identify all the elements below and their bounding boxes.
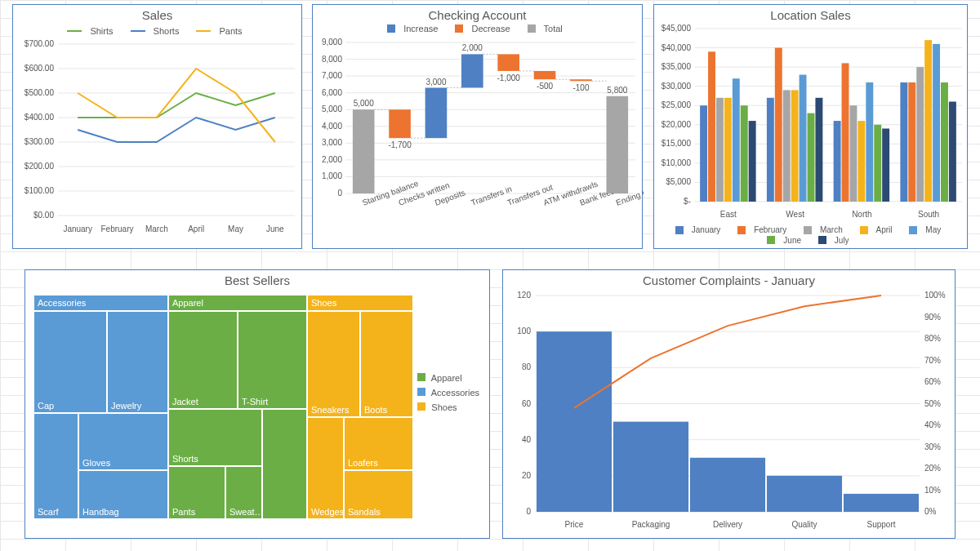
legend: January February March April May June Ju… bbox=[654, 225, 967, 246]
svg-rect-154 bbox=[690, 458, 765, 512]
svg-text:3,000: 3,000 bbox=[425, 78, 446, 87]
svg-rect-42 bbox=[353, 109, 375, 193]
svg-text:6,000: 6,000 bbox=[322, 88, 342, 97]
treemap-cell: Sneakers bbox=[307, 311, 360, 417]
svg-rect-123 bbox=[949, 102, 956, 202]
chart-title: Best Sellers bbox=[25, 273, 489, 287]
svg-text:3,000: 3,000 bbox=[322, 138, 342, 147]
svg-text:20%: 20% bbox=[924, 464, 941, 473]
svg-rect-117 bbox=[900, 82, 907, 202]
plot-area: 0204060801001200%10%20%30%40%50%60%70%80… bbox=[503, 287, 956, 532]
svg-rect-111 bbox=[849, 105, 857, 202]
svg-text:Quality: Quality bbox=[791, 520, 817, 529]
treemap-cell: Handbag bbox=[78, 470, 168, 519]
svg-text:100: 100 bbox=[517, 327, 531, 335]
svg-text:5,000: 5,000 bbox=[322, 104, 342, 113]
svg-text:$25,000: $25,000 bbox=[662, 100, 692, 109]
treemap-cell bbox=[262, 409, 307, 519]
plot-area: $0.00$100.00$200.00$300.00$400.00$500.00… bbox=[13, 36, 303, 240]
treemap-cell: Jewelry bbox=[107, 311, 168, 413]
svg-text:$700.00: $700.00 bbox=[24, 39, 55, 48]
treemap-cell: Shorts bbox=[168, 409, 262, 466]
chart-title: Sales bbox=[13, 8, 301, 22]
chart-title: Checking Account bbox=[313, 8, 642, 22]
svg-text:$100.00: $100.00 bbox=[24, 186, 55, 195]
svg-text:January: January bbox=[63, 224, 92, 233]
svg-rect-98 bbox=[741, 105, 748, 202]
svg-rect-63 bbox=[607, 96, 629, 193]
chart-complaints[interactable]: Customer Complaints - January 0204060801… bbox=[502, 269, 956, 539]
svg-rect-54 bbox=[497, 54, 519, 71]
svg-text:$500.00: $500.00 bbox=[24, 88, 55, 97]
svg-text:North: North bbox=[852, 210, 871, 219]
svg-text:-1,700: -1,700 bbox=[388, 140, 412, 149]
svg-text:5,000: 5,000 bbox=[354, 99, 374, 108]
svg-text:-500: -500 bbox=[537, 82, 553, 91]
svg-rect-122 bbox=[941, 82, 948, 202]
svg-rect-150 bbox=[537, 331, 612, 512]
treemap-cell: Gloves bbox=[78, 413, 168, 470]
chart-bestsellers[interactable]: Best Sellers AccessoriesCapJewelryScarfG… bbox=[24, 269, 490, 539]
svg-text:100%: 100% bbox=[924, 291, 946, 300]
treemap-cell: Shoes bbox=[307, 295, 413, 311]
svg-text:0: 0 bbox=[526, 507, 531, 516]
svg-text:June: June bbox=[266, 224, 284, 233]
chart-checking[interactable]: Checking Account Increase Decrease Total… bbox=[312, 4, 643, 249]
svg-text:Transfers in: Transfers in bbox=[470, 184, 513, 207]
chart-location[interactable]: Location Sales $-$5,000$10,000$15,000$20… bbox=[653, 4, 968, 249]
svg-rect-94 bbox=[708, 51, 715, 202]
svg-text:$400.00: $400.00 bbox=[24, 113, 55, 122]
svg-text:0%: 0% bbox=[924, 507, 937, 516]
svg-rect-48 bbox=[425, 88, 448, 139]
svg-rect-57 bbox=[534, 71, 556, 79]
svg-text:$35,000: $35,000 bbox=[662, 62, 692, 71]
svg-rect-121 bbox=[933, 44, 940, 202]
chart-title: Customer Complaints - January bbox=[503, 273, 955, 287]
treemap-cell: Loafers bbox=[344, 417, 413, 470]
svg-text:West: West bbox=[786, 210, 804, 219]
svg-text:10%: 10% bbox=[924, 486, 941, 495]
svg-text:70%: 70% bbox=[924, 356, 941, 365]
treemap-cell: T-Shirt bbox=[238, 311, 307, 409]
svg-text:Price: Price bbox=[565, 520, 584, 529]
svg-rect-115 bbox=[882, 128, 889, 202]
svg-text:40: 40 bbox=[522, 435, 532, 444]
svg-text:$45,000: $45,000 bbox=[662, 24, 692, 33]
svg-rect-106 bbox=[808, 113, 815, 202]
chart-sales[interactable]: Sales Shirts Shorts Pants $0.00$100.00$2… bbox=[12, 4, 302, 249]
svg-text:$10,000: $10,000 bbox=[662, 158, 692, 167]
svg-text:7,000: 7,000 bbox=[322, 71, 342, 80]
treemap-cell: Pants bbox=[168, 466, 225, 519]
treemap-cell: Cap bbox=[33, 311, 107, 413]
svg-text:40%: 40% bbox=[924, 420, 941, 429]
svg-text:$15,000: $15,000 bbox=[662, 139, 692, 148]
treemap-cell: Accessories bbox=[33, 295, 168, 311]
svg-text:80: 80 bbox=[522, 362, 532, 371]
svg-rect-96 bbox=[724, 98, 732, 202]
svg-rect-45 bbox=[389, 109, 411, 138]
svg-text:-1,000: -1,000 bbox=[497, 73, 521, 82]
svg-rect-103 bbox=[783, 90, 791, 202]
plot-area: $-$5,000$10,000$15,000$20,000$25,000$30,… bbox=[654, 22, 969, 222]
svg-rect-104 bbox=[791, 90, 799, 202]
svg-rect-107 bbox=[815, 98, 822, 202]
svg-text:$0.00: $0.00 bbox=[33, 211, 54, 220]
chart-title: Location Sales bbox=[654, 8, 967, 22]
svg-text:9,000: 9,000 bbox=[322, 38, 342, 47]
svg-text:April: April bbox=[188, 224, 204, 233]
treemap-cell: Boots bbox=[360, 311, 413, 417]
plot-area: 01,0002,0003,0004,0005,0006,0007,0008,00… bbox=[313, 34, 644, 238]
treemap-cell: Sweat… bbox=[225, 466, 262, 519]
svg-text:1,000: 1,000 bbox=[322, 171, 342, 180]
treemap-cell: Wedges bbox=[307, 417, 344, 519]
legend: Apparel Accessories Shoes bbox=[417, 368, 479, 417]
svg-text:8,000: 8,000 bbox=[322, 55, 342, 64]
svg-text:30%: 30% bbox=[924, 442, 941, 451]
svg-text:2,000: 2,000 bbox=[462, 43, 483, 52]
svg-rect-95 bbox=[716, 98, 724, 202]
svg-rect-152 bbox=[613, 422, 688, 512]
svg-text:20: 20 bbox=[522, 471, 532, 480]
svg-text:90%: 90% bbox=[924, 313, 941, 322]
treemap-cell: Jacket bbox=[168, 311, 238, 409]
svg-text:50%: 50% bbox=[924, 399, 941, 408]
